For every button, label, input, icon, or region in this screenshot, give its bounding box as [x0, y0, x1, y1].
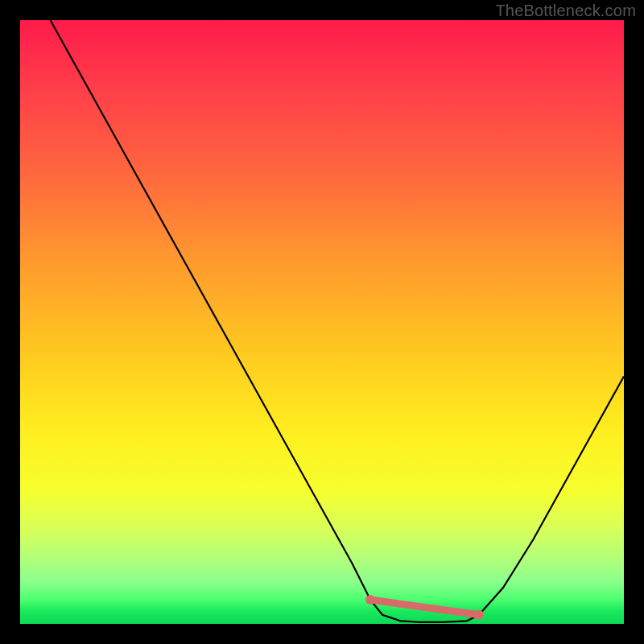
chart-stage: TheBottleneck.com — [0, 0, 644, 644]
plot-area — [20, 20, 624, 624]
flat-segment-dot-left — [365, 595, 375, 605]
flat-segment-highlight — [370, 600, 479, 615]
flat-segment-dot-right — [474, 610, 484, 620]
curve-layer — [20, 20, 624, 624]
bottleneck-curve — [51, 20, 625, 622]
watermark-text: TheBottleneck.com — [495, 2, 636, 20]
